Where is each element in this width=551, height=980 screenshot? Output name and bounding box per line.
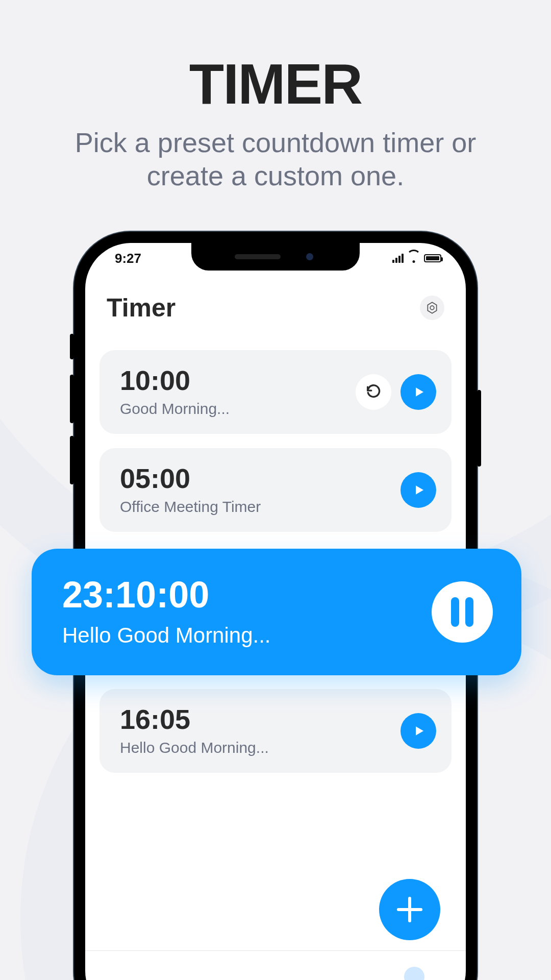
play-button[interactable] xyxy=(400,472,436,508)
active-timer-time: 23:10:00 xyxy=(62,576,432,613)
promo-title: TIMER xyxy=(0,0,551,117)
tab-clock[interactable]: Clock xyxy=(113,964,160,981)
tab-alarm[interactable]: Alarm xyxy=(195,964,244,981)
phone-side-button xyxy=(70,375,74,423)
tab-stopwatch[interactable]: Stopwatch xyxy=(280,964,356,981)
svg-point-1 xyxy=(430,306,434,310)
phone-notch xyxy=(191,243,360,271)
timer-label: Office Meeting Timer xyxy=(120,498,400,516)
pause-icon xyxy=(451,597,459,627)
phone-side-button xyxy=(70,436,74,484)
reset-button[interactable] xyxy=(356,374,391,410)
signal-icon xyxy=(392,254,404,263)
wifi-icon xyxy=(408,254,420,263)
promo-subtitle: Pick a preset countdown timer or create … xyxy=(0,117,551,192)
tab-timer[interactable]: Timer xyxy=(391,964,438,981)
phone-side-button xyxy=(477,390,481,467)
timer-card[interactable]: 10:00 Good Morning... xyxy=(99,350,452,434)
timer-card[interactable]: 16:05 Hello Good Morning... xyxy=(99,689,452,773)
timer-label: Good Morning... xyxy=(120,400,356,418)
settings-button[interactable] xyxy=(420,296,444,320)
add-timer-button[interactable] xyxy=(379,879,440,940)
timer-time: 10:00 xyxy=(120,366,356,394)
timer-time: 16:05 xyxy=(120,705,400,733)
play-icon xyxy=(411,384,426,400)
active-timer-card[interactable]: 23:10:00 Hello Good Morning... xyxy=(32,549,521,675)
active-timer-label: Hello Good Morning... xyxy=(62,623,432,648)
timer-label: Hello Good Morning... xyxy=(120,739,400,756)
phone-side-button xyxy=(70,334,74,359)
play-icon xyxy=(411,482,426,498)
reset-icon xyxy=(365,383,382,401)
pause-icon xyxy=(465,597,473,627)
settings-icon xyxy=(425,301,439,314)
status-time: 9:27 xyxy=(115,251,141,266)
play-button[interactable] xyxy=(400,713,436,749)
play-icon xyxy=(411,723,426,739)
plus-icon xyxy=(379,879,440,940)
play-button[interactable] xyxy=(400,374,436,410)
page-title: Timer xyxy=(107,293,176,323)
pause-button[interactable] xyxy=(432,581,493,643)
tab-bar: Clock Alarm xyxy=(85,950,466,980)
battery-icon xyxy=(424,254,441,262)
timer-card[interactable]: 05:00 Office Meeting Timer xyxy=(99,448,452,532)
timer-time: 05:00 xyxy=(120,464,400,492)
svg-marker-0 xyxy=(428,302,436,313)
